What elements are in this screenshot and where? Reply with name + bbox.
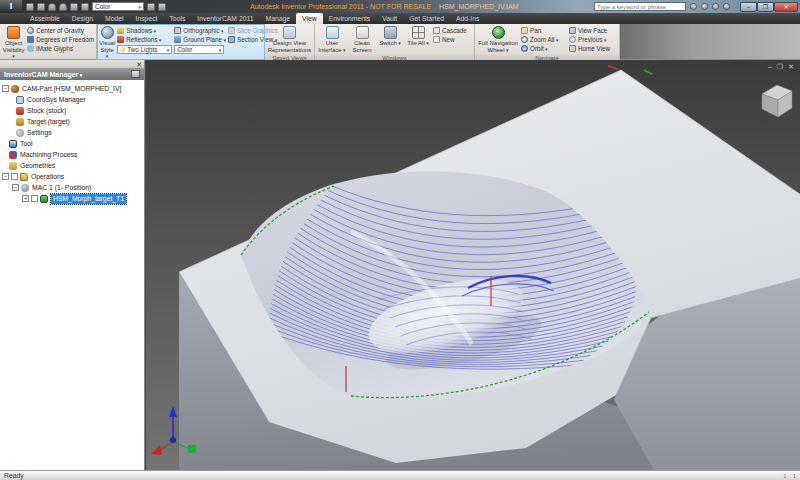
collapse-icon[interactable] <box>12 184 19 191</box>
tree-item-label: CAM-Part [HSM_MORPHED_IV] <box>22 84 121 94</box>
tree-item-stock[interactable]: Stock (stock) <box>2 105 144 116</box>
clean-screen-button[interactable]: Clean Screen <box>349 25 375 53</box>
tool-icon <box>9 140 17 148</box>
color-override-dropdown[interactable]: Color <box>92 2 144 11</box>
tab-vault[interactable]: Vault <box>376 13 403 24</box>
tab-assemble[interactable]: Assemble <box>24 13 66 24</box>
return-icon[interactable] <box>81 3 89 11</box>
full-navigation-wheel-icon <box>492 26 505 39</box>
full-navigation-wheel-button[interactable]: Full Navigation Wheel <box>477 25 519 53</box>
reflections-icon <box>117 36 124 43</box>
tree-item-geometries[interactable]: Geometries <box>2 160 144 171</box>
object-visibility-label: Object Visibility <box>2 40 25 60</box>
tree-item-cam-part[interactable]: CAM-Part [HSM_MORPHED_IV] <box>2 83 144 94</box>
reflections-label: Reflections <box>126 36 161 43</box>
previous-view-button[interactable]: Previous <box>569 35 610 43</box>
close-button[interactable]: ✕ <box>774 2 798 12</box>
tab-inventorcam-2011[interactable]: InventorCAM 2011 <box>191 13 259 24</box>
cascade-button[interactable]: Cascade <box>433 26 467 34</box>
doc-restore-icon[interactable]: ❐ <box>777 63 783 70</box>
pan-button[interactable]: Pan <box>521 26 567 34</box>
document-name-text: HSM_MORPHED_IV.IAM <box>439 3 518 10</box>
visual-style-icon <box>101 26 114 39</box>
undo-icon[interactable] <box>48 3 56 11</box>
expand-icon[interactable] <box>22 195 29 202</box>
reflections-button[interactable]: Reflections <box>117 35 172 43</box>
tree-item-coordsys-manager[interactable]: CoordSys Manager <box>2 94 144 105</box>
subscription-icon[interactable] <box>701 3 708 10</box>
application-menu-button[interactable]: I <box>0 0 22 13</box>
tree-item-settings[interactable]: Settings <box>2 127 144 138</box>
orbit-button[interactable]: Orbit <box>521 44 567 52</box>
redo-icon[interactable] <box>59 3 67 11</box>
shadows-button[interactable]: Shadows <box>117 26 172 34</box>
community-icon[interactable] <box>690 3 697 10</box>
favorites-icon[interactable] <box>712 3 719 10</box>
sketch-icon[interactable] <box>147 3 155 11</box>
tab-environments[interactable]: Environments <box>323 13 377 24</box>
print-icon[interactable] <box>70 3 78 11</box>
tab-view[interactable]: View <box>296 13 323 24</box>
view-face-button[interactable]: View Face <box>569 26 610 34</box>
tab-add-ins[interactable]: Add-Ins <box>450 13 485 24</box>
tab-design[interactable]: Design <box>66 13 99 24</box>
lighting-dropdown[interactable]: Two Lights <box>117 45 172 54</box>
color-dropdown[interactable]: Color <box>174 45 224 54</box>
user-interface-button[interactable]: User Interface <box>317 25 347 53</box>
visual-style-button[interactable]: Visual Style <box>99 25 115 60</box>
operations-checkbox[interactable] <box>11 173 18 180</box>
tile-all-button[interactable]: Tile All <box>405 25 431 47</box>
tree-item-operations[interactable]: Operations <box>2 171 144 182</box>
orthographic-label: Orthographic <box>183 27 223 34</box>
restore-button[interactable]: ❐ <box>757 2 774 12</box>
orbit-icon <box>521 45 528 52</box>
ground-plane-button[interactable]: Ground Plane <box>174 35 226 43</box>
save-icon[interactable] <box>37 3 45 11</box>
tree-item-hsm-morph-target[interactable]: HSM_Morph_target_T1 <box>2 193 144 204</box>
home-view-button[interactable]: Home View <box>569 44 610 52</box>
minimize-button[interactable]: – <box>740 2 757 12</box>
orthographic-button[interactable]: Orthographic <box>174 26 226 34</box>
new-file-icon[interactable] <box>26 3 34 11</box>
operation-checkbox[interactable] <box>31 195 38 202</box>
collapse-icon[interactable] <box>2 173 9 180</box>
zoom-all-button[interactable]: Zoom All <box>521 35 567 43</box>
tab-tools[interactable]: Tools <box>163 13 191 24</box>
tab-manage[interactable]: Manage <box>260 13 297 24</box>
imate-glyphs-button[interactable]: iMate Glyphs <box>27 44 94 52</box>
object-visibility-button[interactable]: Object Visibility <box>2 25 25 60</box>
tree-item-target[interactable]: Target (target) <box>2 116 144 127</box>
tab-model[interactable]: Model <box>99 13 130 24</box>
tree-item-machining-process[interactable]: Machining Process <box>2 149 144 160</box>
degrees-of-freedom-button[interactable]: Degrees of Freedom <box>27 35 94 43</box>
ribbon: Object Visibility Center of Gravity Degr… <box>0 24 800 60</box>
clean-screen-label: Clean Screen <box>349 40 375 53</box>
tree-item-label: HSM_Morph_target_T1 <box>51 194 126 204</box>
user-interface-label: User Interface <box>317 40 347 53</box>
ribbon-group-appearance: Visual Style Shadows Reflections Two Lig… <box>97 24 265 60</box>
center-of-gravity-button[interactable]: Center of Gravity <box>27 26 94 34</box>
tree-item-label: Settings <box>27 128 52 138</box>
full-navigation-wheel-label: Full Navigation Wheel <box>477 40 519 53</box>
tab-inspect[interactable]: Inspect <box>130 13 164 24</box>
ground-plane-label: Ground Plane <box>183 36 226 43</box>
tree-item-tool[interactable]: Tool <box>2 138 144 149</box>
search-input[interactable] <box>594 2 686 11</box>
3d-scene[interactable] <box>146 60 800 470</box>
design-view-representations-button[interactable]: Design View Representations <box>267 25 312 53</box>
measure-icon[interactable] <box>158 3 166 11</box>
help-icon[interactable] <box>723 3 730 10</box>
doc-close-icon[interactable]: ✕ <box>788 63 794 70</box>
panel-menu-icon[interactable] <box>131 70 140 78</box>
switch-button[interactable]: Switch <box>377 25 403 47</box>
doc-minimize-icon[interactable]: – <box>768 63 772 70</box>
collapse-icon[interactable] <box>2 85 9 92</box>
graphics-viewport[interactable]: – ❐ ✕ <box>146 60 800 470</box>
status-grips: 1 1 <box>783 473 796 479</box>
panel-title-bar[interactable]: InventorCAM Manager <box>0 68 144 80</box>
status-indicator-2: 1 <box>793 473 796 479</box>
panel-close-icon[interactable]: ✕ <box>136 61 142 68</box>
new-window-button[interactable]: New <box>433 35 467 43</box>
tree-item-mac-1[interactable]: MAC 1 (1- Position) <box>2 182 144 193</box>
tab-get-started[interactable]: Get Started <box>403 13 450 24</box>
